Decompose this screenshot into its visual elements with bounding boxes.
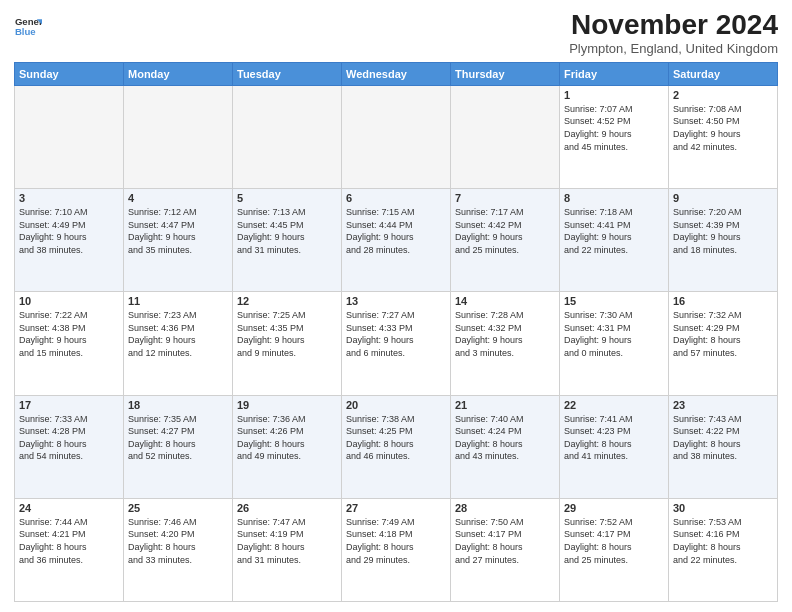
day-number: 30 [673, 502, 773, 514]
day-number: 24 [19, 502, 119, 514]
calendar-cell [233, 85, 342, 188]
day-info: Sunrise: 7:08 AM Sunset: 4:50 PM Dayligh… [673, 103, 773, 153]
calendar-cell: 18Sunrise: 7:35 AM Sunset: 4:27 PM Dayli… [124, 395, 233, 498]
calendar-cell: 20Sunrise: 7:38 AM Sunset: 4:25 PM Dayli… [342, 395, 451, 498]
day-number: 13 [346, 295, 446, 307]
calendar-cell: 13Sunrise: 7:27 AM Sunset: 4:33 PM Dayli… [342, 292, 451, 395]
month-title: November 2024 [569, 10, 778, 41]
day-number: 22 [564, 399, 664, 411]
day-number: 28 [455, 502, 555, 514]
calendar-cell: 19Sunrise: 7:36 AM Sunset: 4:26 PM Dayli… [233, 395, 342, 498]
day-number: 7 [455, 192, 555, 204]
day-number: 4 [128, 192, 228, 204]
page: General Blue November 2024 Plympton, Eng… [0, 0, 792, 612]
week-row-2: 10Sunrise: 7:22 AM Sunset: 4:38 PM Dayli… [15, 292, 778, 395]
day-info: Sunrise: 7:17 AM Sunset: 4:42 PM Dayligh… [455, 206, 555, 256]
calendar-cell: 12Sunrise: 7:25 AM Sunset: 4:35 PM Dayli… [233, 292, 342, 395]
calendar-cell: 10Sunrise: 7:22 AM Sunset: 4:38 PM Dayli… [15, 292, 124, 395]
logo-icon: General Blue [14, 14, 42, 42]
calendar-cell: 1Sunrise: 7:07 AM Sunset: 4:52 PM Daylig… [560, 85, 669, 188]
day-number: 12 [237, 295, 337, 307]
calendar-cell: 14Sunrise: 7:28 AM Sunset: 4:32 PM Dayli… [451, 292, 560, 395]
day-number: 16 [673, 295, 773, 307]
day-info: Sunrise: 7:52 AM Sunset: 4:17 PM Dayligh… [564, 516, 664, 566]
day-number: 14 [455, 295, 555, 307]
day-info: Sunrise: 7:40 AM Sunset: 4:24 PM Dayligh… [455, 413, 555, 463]
calendar-cell: 8Sunrise: 7:18 AM Sunset: 4:41 PM Daylig… [560, 189, 669, 292]
calendar-cell: 29Sunrise: 7:52 AM Sunset: 4:17 PM Dayli… [560, 498, 669, 601]
day-info: Sunrise: 7:25 AM Sunset: 4:35 PM Dayligh… [237, 309, 337, 359]
header: General Blue November 2024 Plympton, Eng… [14, 10, 778, 56]
day-info: Sunrise: 7:35 AM Sunset: 4:27 PM Dayligh… [128, 413, 228, 463]
week-row-4: 24Sunrise: 7:44 AM Sunset: 4:21 PM Dayli… [15, 498, 778, 601]
day-number: 21 [455, 399, 555, 411]
weekday-header-monday: Monday [124, 62, 233, 85]
calendar-cell: 26Sunrise: 7:47 AM Sunset: 4:19 PM Dayli… [233, 498, 342, 601]
day-info: Sunrise: 7:15 AM Sunset: 4:44 PM Dayligh… [346, 206, 446, 256]
day-info: Sunrise: 7:53 AM Sunset: 4:16 PM Dayligh… [673, 516, 773, 566]
week-row-1: 3Sunrise: 7:10 AM Sunset: 4:49 PM Daylig… [15, 189, 778, 292]
day-info: Sunrise: 7:36 AM Sunset: 4:26 PM Dayligh… [237, 413, 337, 463]
day-info: Sunrise: 7:10 AM Sunset: 4:49 PM Dayligh… [19, 206, 119, 256]
calendar-cell: 16Sunrise: 7:32 AM Sunset: 4:29 PM Dayli… [669, 292, 778, 395]
calendar-cell [451, 85, 560, 188]
day-number: 6 [346, 192, 446, 204]
day-number: 25 [128, 502, 228, 514]
day-info: Sunrise: 7:41 AM Sunset: 4:23 PM Dayligh… [564, 413, 664, 463]
calendar-cell: 4Sunrise: 7:12 AM Sunset: 4:47 PM Daylig… [124, 189, 233, 292]
weekday-header-friday: Friday [560, 62, 669, 85]
calendar-cell: 17Sunrise: 7:33 AM Sunset: 4:28 PM Dayli… [15, 395, 124, 498]
day-number: 18 [128, 399, 228, 411]
location: Plympton, England, United Kingdom [569, 41, 778, 56]
week-row-0: 1Sunrise: 7:07 AM Sunset: 4:52 PM Daylig… [15, 85, 778, 188]
weekday-header-saturday: Saturday [669, 62, 778, 85]
weekday-header-row: SundayMondayTuesdayWednesdayThursdayFrid… [15, 62, 778, 85]
day-number: 27 [346, 502, 446, 514]
day-info: Sunrise: 7:43 AM Sunset: 4:22 PM Dayligh… [673, 413, 773, 463]
day-number: 2 [673, 89, 773, 101]
day-number: 19 [237, 399, 337, 411]
day-number: 17 [19, 399, 119, 411]
day-info: Sunrise: 7:33 AM Sunset: 4:28 PM Dayligh… [19, 413, 119, 463]
day-number: 29 [564, 502, 664, 514]
calendar-cell: 23Sunrise: 7:43 AM Sunset: 4:22 PM Dayli… [669, 395, 778, 498]
day-number: 9 [673, 192, 773, 204]
day-number: 20 [346, 399, 446, 411]
day-number: 26 [237, 502, 337, 514]
day-info: Sunrise: 7:18 AM Sunset: 4:41 PM Dayligh… [564, 206, 664, 256]
day-number: 23 [673, 399, 773, 411]
day-number: 15 [564, 295, 664, 307]
logo: General Blue [14, 14, 42, 42]
day-info: Sunrise: 7:27 AM Sunset: 4:33 PM Dayligh… [346, 309, 446, 359]
title-block: November 2024 Plympton, England, United … [569, 10, 778, 56]
day-info: Sunrise: 7:28 AM Sunset: 4:32 PM Dayligh… [455, 309, 555, 359]
day-info: Sunrise: 7:38 AM Sunset: 4:25 PM Dayligh… [346, 413, 446, 463]
day-info: Sunrise: 7:32 AM Sunset: 4:29 PM Dayligh… [673, 309, 773, 359]
calendar-cell [342, 85, 451, 188]
week-row-3: 17Sunrise: 7:33 AM Sunset: 4:28 PM Dayli… [15, 395, 778, 498]
calendar-cell: 9Sunrise: 7:20 AM Sunset: 4:39 PM Daylig… [669, 189, 778, 292]
calendar-cell: 11Sunrise: 7:23 AM Sunset: 4:36 PM Dayli… [124, 292, 233, 395]
day-info: Sunrise: 7:47 AM Sunset: 4:19 PM Dayligh… [237, 516, 337, 566]
calendar-table: SundayMondayTuesdayWednesdayThursdayFrid… [14, 62, 778, 602]
calendar-cell: 15Sunrise: 7:30 AM Sunset: 4:31 PM Dayli… [560, 292, 669, 395]
day-number: 3 [19, 192, 119, 204]
day-info: Sunrise: 7:22 AM Sunset: 4:38 PM Dayligh… [19, 309, 119, 359]
weekday-header-thursday: Thursday [451, 62, 560, 85]
weekday-header-wednesday: Wednesday [342, 62, 451, 85]
day-info: Sunrise: 7:49 AM Sunset: 4:18 PM Dayligh… [346, 516, 446, 566]
day-info: Sunrise: 7:44 AM Sunset: 4:21 PM Dayligh… [19, 516, 119, 566]
day-info: Sunrise: 7:23 AM Sunset: 4:36 PM Dayligh… [128, 309, 228, 359]
weekday-header-sunday: Sunday [15, 62, 124, 85]
svg-text:Blue: Blue [15, 26, 36, 37]
calendar-cell [15, 85, 124, 188]
day-number: 5 [237, 192, 337, 204]
calendar-cell: 5Sunrise: 7:13 AM Sunset: 4:45 PM Daylig… [233, 189, 342, 292]
calendar-cell: 7Sunrise: 7:17 AM Sunset: 4:42 PM Daylig… [451, 189, 560, 292]
calendar-cell: 24Sunrise: 7:44 AM Sunset: 4:21 PM Dayli… [15, 498, 124, 601]
day-info: Sunrise: 7:07 AM Sunset: 4:52 PM Dayligh… [564, 103, 664, 153]
weekday-header-tuesday: Tuesday [233, 62, 342, 85]
calendar-cell: 3Sunrise: 7:10 AM Sunset: 4:49 PM Daylig… [15, 189, 124, 292]
calendar-cell: 27Sunrise: 7:49 AM Sunset: 4:18 PM Dayli… [342, 498, 451, 601]
calendar-cell: 25Sunrise: 7:46 AM Sunset: 4:20 PM Dayli… [124, 498, 233, 601]
